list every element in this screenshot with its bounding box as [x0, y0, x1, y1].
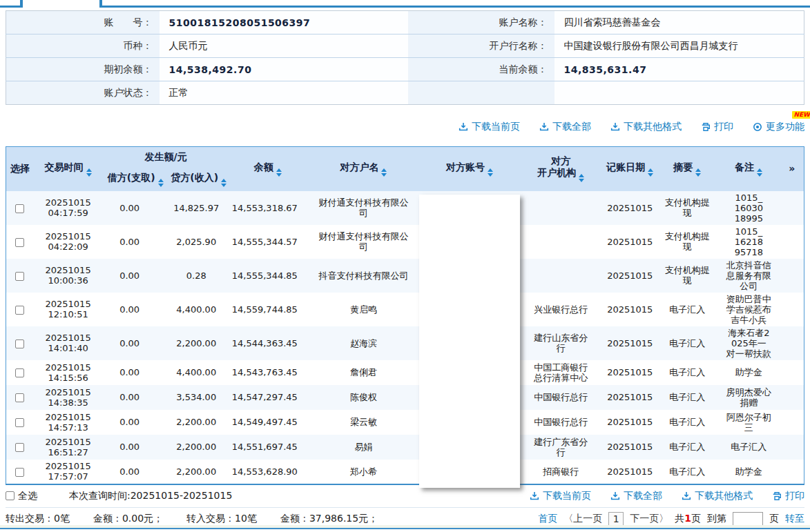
header-summary[interactable]: 摘要 [657, 147, 717, 191]
new-badge: NEW [792, 111, 810, 119]
download-current-page-label: 下载当前页 [543, 490, 591, 502]
cell-summary: 支付机构提 现 [657, 225, 717, 259]
account-number-label: 账 号： [6, 11, 160, 35]
sort-icon[interactable] [648, 168, 653, 177]
cell-transaction-time: 20251015 10:00:36 [34, 259, 103, 293]
print-button[interactable]: 打印 [701, 121, 733, 133]
row-checkbox[interactable] [15, 272, 24, 281]
cell-debit: 0.00 [103, 259, 168, 293]
download-current-page-button[interactable]: 下载当前页 [530, 490, 591, 502]
cell-credit: 4,400.00 [168, 293, 229, 326]
sort-icon[interactable] [86, 168, 92, 177]
row-checkbox[interactable] [15, 368, 24, 377]
account-name-value: 四川省索玛慈善基金会 [555, 11, 804, 35]
download-other-format-button[interactable]: 下载其他格式 [610, 121, 682, 133]
printer-icon [772, 491, 782, 501]
cell-credit: 4,400.00 [168, 360, 229, 385]
row-checkbox[interactable] [15, 393, 24, 402]
header-balance[interactable]: 余额 [229, 147, 307, 191]
print-button[interactable]: 打印 [772, 490, 804, 502]
download-all-button[interactable]: 下载全部 [539, 121, 591, 133]
download-icon [610, 491, 620, 501]
header-counterparty-account[interactable]: 对方账号 [421, 147, 519, 191]
redaction-overlay [419, 195, 520, 488]
cell-transaction-time: 20251015 14:38:35 [34, 385, 103, 410]
header-transaction-time[interactable]: 交易时间 [34, 147, 103, 191]
row-checkbox[interactable] [15, 339, 24, 348]
cell-remark: 北京抖音信 息服务有限 公司 [717, 259, 780, 293]
download-current-page-button[interactable]: 下载当前页 [459, 121, 520, 133]
header-counterparty-bank[interactable]: 对方 开户机构 [519, 147, 603, 191]
cell-debit: 0.00 [103, 191, 168, 225]
cell-credit: 0.28 [168, 259, 229, 293]
cell-transaction-time: 20251015 14:57:13 [34, 410, 103, 435]
cell-booking-date: 20251015 [603, 435, 657, 460]
account-info-table: 账 号： 51001815208051506397 账户名称： 四川省索玛慈善基… [6, 10, 804, 105]
goto-suffix-label: 页 [769, 513, 779, 525]
goto-page-button[interactable]: 转至 [785, 513, 804, 525]
download-all-label: 下载全部 [624, 490, 662, 502]
out-amount-value: 0.00元； [122, 513, 163, 524]
download-all-button[interactable]: 下载全部 [610, 490, 662, 502]
cell-balance: 14,543,763.45 [229, 360, 307, 385]
footer-select-row: 全选 本次查询时间:20251015-20251015 下载当前页 下载全部 下… [6, 485, 804, 508]
total-pages-text: 共1页 [675, 513, 701, 525]
cell-balance: 14,559,744.85 [229, 293, 307, 326]
download-other-format-label: 下载其他格式 [695, 490, 753, 502]
next-page-link[interactable]: 下一页〉 [630, 513, 668, 525]
select-all-checkbox[interactable] [6, 491, 15, 500]
cell-summary: 支付机构提 现 [657, 259, 717, 293]
first-page-link[interactable]: 首页 [538, 513, 557, 525]
cell-counterparty-bank [519, 191, 603, 225]
header-remark[interactable]: 备注 [717, 147, 780, 191]
prev-page-link[interactable]: 〈上一页 [563, 513, 602, 525]
sort-icon[interactable] [579, 174, 584, 182]
sort-icon[interactable] [695, 168, 701, 177]
sort-icon[interactable] [757, 168, 762, 177]
current-page-box: 1 [608, 512, 624, 526]
cell-select [6, 460, 34, 484]
account-status-value: 正常 [160, 81, 408, 105]
sort-icon[interactable] [488, 168, 493, 177]
table-row: 20251015 17:57:070.002,200.0014,553,628.… [6, 460, 804, 484]
sort-icon[interactable] [381, 168, 387, 177]
cell-credit: 14,825.97 [168, 191, 229, 225]
cell-credit: 2,200.00 [168, 460, 229, 484]
in-amount-label: 金额： [280, 513, 309, 524]
cell-booking-date: 20251015 [603, 360, 657, 385]
cell-booking-date: 20251015 [603, 225, 657, 259]
header-debit[interactable]: 借方(支取) [103, 168, 168, 191]
cell-counterparty-bank: 建行山东省分 行 [519, 326, 603, 360]
row-checkbox[interactable] [15, 468, 24, 477]
download-other-format-button[interactable]: 下载其他格式 [682, 490, 753, 502]
row-checkbox[interactable] [15, 204, 24, 213]
cell-summary: 电子汇入 [657, 435, 717, 460]
cell-expand [780, 259, 804, 293]
cell-counterparty-bank: 中国工商银行 总行清算中心 [519, 360, 603, 385]
pagination: 首页 〈上一页 1 下一页〉 共1页 到第 页 转至 [538, 512, 804, 526]
cell-transaction-time: 20251015 04:17:59 [34, 191, 103, 225]
sort-icon[interactable] [221, 179, 226, 187]
cell-counterparty-name: 郑小希 [307, 460, 421, 484]
cell-counterparty-name: 黄启鸣 [307, 293, 421, 326]
cell-debit: 0.00 [103, 293, 168, 326]
sort-icon[interactable] [158, 179, 164, 187]
sort-icon[interactable] [276, 168, 282, 177]
goto-page-input[interactable] [733, 512, 763, 526]
row-checkbox[interactable] [15, 238, 24, 247]
header-credit[interactable]: 贷方(收入) [168, 168, 229, 191]
expand-columns-button[interactable]: » [780, 147, 804, 191]
header-counterparty-name[interactable]: 对方户名 [307, 147, 421, 191]
download-icon [682, 491, 691, 501]
header-booking-date[interactable]: 记账日期 [603, 147, 657, 191]
more-functions-button[interactable]: NEW 更多功能 [753, 121, 804, 133]
query-time-text: 本次查询时间:20251015-20251015 [69, 490, 232, 502]
cell-expand [780, 435, 804, 460]
row-checkbox[interactable] [15, 443, 24, 452]
cell-counterparty-name: 赵海滨 [307, 326, 421, 360]
row-checkbox[interactable] [15, 418, 24, 427]
cell-counterparty-bank: 中国银行总行 [519, 410, 603, 435]
row-checkbox[interactable] [15, 306, 24, 315]
toolbar: 下载当前页 下载全部 下载其他格式 打印 NEW 更多功能 [6, 117, 804, 137]
cell-debit: 0.00 [103, 385, 168, 410]
